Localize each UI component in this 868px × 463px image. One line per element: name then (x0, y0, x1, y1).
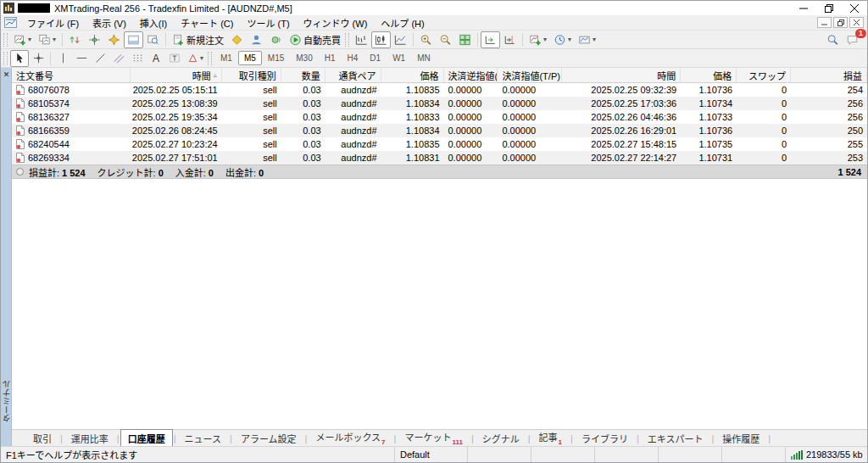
cursor-button[interactable] (10, 50, 29, 67)
timeframe-mn[interactable]: MN (411, 51, 437, 65)
menu-view[interactable]: 表示 (V) (86, 14, 133, 31)
timeframe-h4[interactable]: H4 (342, 51, 364, 65)
trendline-button[interactable] (91, 50, 109, 67)
table-row[interactable]: 682693342025.02.27 17:51:01sell0.03audnz… (12, 151, 867, 165)
candlestick-chart-button[interactable] (371, 31, 391, 48)
text-button[interactable]: A (147, 50, 165, 67)
menu-help[interactable]: ヘルプ (H) (374, 14, 431, 31)
child-restore-button[interactable] (833, 17, 848, 28)
child-minimize-button[interactable] (817, 17, 832, 28)
community-button[interactable] (247, 31, 266, 48)
cell-tp: 0.00000 (498, 137, 562, 151)
close-button[interactable] (842, 1, 867, 15)
column-header-close-time[interactable]: 時間 (562, 68, 681, 82)
chart-window-icon[interactable] (4, 17, 17, 28)
tab-experts[interactable]: エキスパート (640, 429, 711, 448)
tab-exposure[interactable]: 運用比率 (64, 429, 116, 448)
notifications-button[interactable]: 1 (843, 31, 862, 48)
column-header-close-price[interactable]: 価格 (681, 68, 737, 82)
templates-button[interactable]: ▾ (575, 31, 599, 48)
tile-windows-button[interactable] (455, 31, 475, 48)
profiles-button[interactable]: ▾ (35, 31, 59, 48)
line-chart-button[interactable] (391, 31, 410, 48)
menu-window[interactable]: ウィンドウ (W) (297, 14, 375, 31)
toolbar-drag-handle[interactable] (208, 52, 212, 65)
terminal-side-tab[interactable]: ターミナル (1, 380, 14, 422)
data-window-button[interactable] (85, 31, 104, 48)
fibonacci-button[interactable] (128, 50, 147, 67)
navigator-button[interactable] (104, 31, 124, 48)
arrows-button[interactable]: ▾ (184, 50, 207, 67)
column-header-open-time[interactable]: 時間▵ (131, 68, 222, 82)
tab-library[interactable]: ライブラリ (574, 429, 636, 448)
column-header-sl[interactable]: 決済逆指値(S... (444, 68, 498, 82)
cell-value: sell (263, 153, 277, 163)
column-header-tp[interactable]: 決済指値(T/P) (498, 68, 562, 82)
tab-trade[interactable]: 取引 (25, 429, 59, 448)
text-label-button[interactable] (165, 50, 184, 67)
minimize-button[interactable] (791, 1, 816, 15)
metaeditor-button[interactable] (227, 31, 247, 48)
tab-account-history[interactable]: 口座履歴 (120, 429, 173, 448)
timeframe-d1[interactable]: D1 (364, 51, 387, 65)
chart-shift-button[interactable] (500, 31, 520, 48)
new-chart-button[interactable]: ▾ (10, 31, 35, 48)
search-button[interactable] (823, 31, 843, 48)
column-header-symbol[interactable]: 通貨ペア (326, 68, 381, 82)
table-row[interactable]: 681363272025.02.25 19:35:34sell0.03audnz… (12, 110, 867, 124)
child-close-button[interactable] (849, 17, 864, 28)
periods-button[interactable]: ▾ (550, 31, 575, 48)
bar-chart-button[interactable] (352, 31, 371, 48)
tab-articles[interactable]: 記事1 (531, 427, 570, 448)
tab-news[interactable]: ニュース (177, 429, 229, 448)
restore-button[interactable] (816, 1, 842, 15)
zoom-out-button[interactable] (436, 31, 455, 48)
new-order-button[interactable]: 新規注文 (169, 31, 227, 48)
tab-alerts[interactable]: アラーム設定 (233, 429, 304, 448)
crosshair-button[interactable] (29, 50, 47, 67)
timeframe-h1[interactable]: H1 (319, 51, 342, 65)
news-button[interactable] (266, 31, 286, 48)
timeframe-m5[interactable]: M5 (238, 51, 262, 65)
tab-journal[interactable]: 操作履歴 (715, 429, 767, 448)
zoom-in-button[interactable] (416, 31, 436, 48)
tab-mailbox[interactable]: メールボックス7 (308, 427, 392, 448)
market-watch-button[interactable] (65, 31, 85, 48)
table-row[interactable]: 680760782025.02.25 05:15:11sell0.03audnz… (12, 83, 867, 97)
column-header-order[interactable]: 注文番号 (12, 68, 131, 82)
strategy-tester-button[interactable] (143, 31, 163, 48)
table-row[interactable]: 681053742025.02.25 13:08:39sell0.03audnz… (12, 97, 867, 110)
column-header-open-price[interactable]: 価格 (381, 68, 444, 82)
column-header-volume[interactable]: 数量 (281, 68, 326, 82)
channel-button[interactable] (109, 50, 128, 67)
indicators-button[interactable]: ▾ (526, 31, 550, 48)
timeframe-w1[interactable]: W1 (387, 51, 411, 65)
menu-tools[interactable]: ツール (T) (240, 14, 296, 31)
table-row[interactable]: 681663592025.02.26 08:24:45sell0.03audnz… (12, 124, 867, 137)
vertical-line-button[interactable] (53, 50, 72, 67)
timeframe-m30[interactable]: M30 (290, 51, 318, 65)
menu-chart[interactable]: チャート (C) (174, 14, 240, 31)
app-icon[interactable] (3, 3, 14, 14)
column-header-type[interactable]: 取引種別 (222, 68, 281, 82)
tab-market[interactable]: マーケット111 (397, 427, 470, 448)
status-profile[interactable]: Default (395, 447, 468, 462)
toolbar-drag-handle[interactable] (3, 33, 8, 47)
toolbar-drag-handle[interactable] (345, 33, 349, 47)
horizontal-line-button[interactable] (72, 50, 91, 67)
tab-signals[interactable]: シグナル (475, 429, 527, 448)
table-row[interactable]: 682405442025.02.27 10:23:24sell0.03audnz… (12, 137, 867, 151)
toolbar-drag-handle[interactable] (3, 52, 8, 65)
column-header-swap[interactable]: スワップ (737, 68, 791, 82)
terminal-close-button[interactable]: ✕ (2, 70, 11, 79)
auto-scroll-button[interactable] (481, 31, 500, 48)
timeframe-m15[interactable]: M15 (262, 51, 290, 65)
menu-file[interactable]: ファイル (F) (20, 14, 86, 31)
terminal-panel-button[interactable] (124, 31, 143, 48)
column-header-profit[interactable]: 損益 (791, 68, 867, 82)
auto-trading-button[interactable]: 自動売買 (286, 31, 344, 48)
cell-value: sell (263, 112, 277, 122)
timeframe-m1[interactable]: M1 (214, 51, 238, 65)
menu-insert[interactable]: 挿入(I) (133, 14, 174, 31)
cell-value: 2025.02.25 05:15:11 (133, 85, 218, 95)
